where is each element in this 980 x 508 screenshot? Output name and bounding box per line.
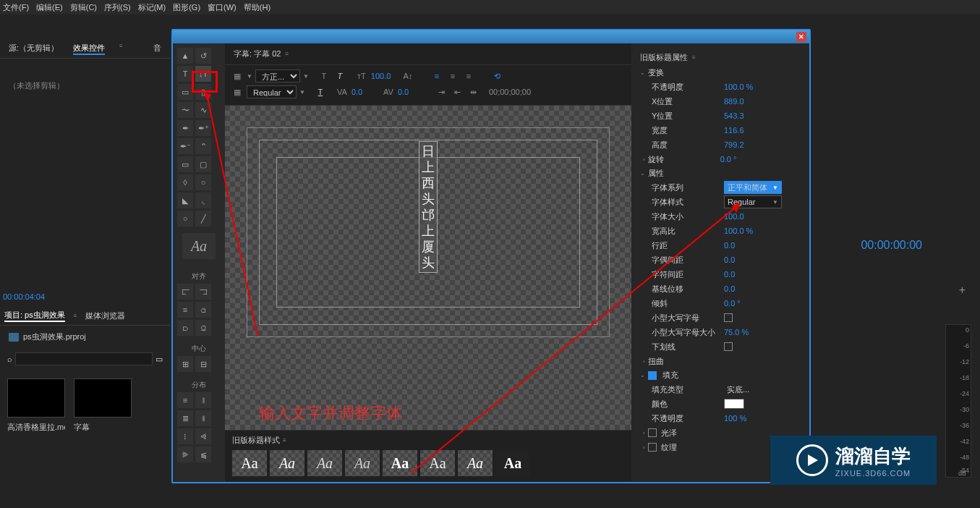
fill-checkbox[interactable] xyxy=(648,371,657,380)
dist-5[interactable]: ⫶ xyxy=(177,428,193,444)
title-menu-icon[interactable]: ≡ xyxy=(285,51,289,57)
tab2-icon[interactable]: ⇤ xyxy=(451,85,464,98)
prop-opacity-value[interactable]: 100.0 % xyxy=(724,82,753,91)
menu-clip[interactable]: 剪辑(C) xyxy=(70,2,97,13)
dist-3[interactable]: ≣ xyxy=(177,410,193,426)
menu-marker[interactable]: 标记(M) xyxy=(138,2,166,13)
center-h[interactable]: ⊞ xyxy=(177,356,193,372)
ellipse-tool-2[interactable]: ○ xyxy=(177,211,193,227)
underline-icon[interactable]: T xyxy=(314,85,327,98)
add-anchor-tool[interactable]: ✒⁺ xyxy=(195,120,211,136)
underline-checkbox[interactable] xyxy=(724,342,733,351)
italic-icon[interactable]: T xyxy=(333,69,346,82)
prop-width-value[interactable]: 116.6 xyxy=(724,126,744,135)
style-swatch[interactable]: Aa xyxy=(495,450,530,476)
sheen-checkbox[interactable] xyxy=(648,428,657,437)
bin-icon[interactable]: ▭ xyxy=(155,355,163,364)
align-vcenter[interactable]: ⫏ xyxy=(195,302,211,318)
font-style-select[interactable]: Regular▼ xyxy=(724,195,782,208)
smallcaps-checkbox[interactable] xyxy=(724,313,733,322)
tab-icon[interactable]: ⇥ xyxy=(435,85,448,98)
align-left-icon[interactable]: ≡ xyxy=(430,69,443,82)
prop-linespace-value[interactable]: 0.0 xyxy=(724,241,735,250)
bin-item[interactable]: 字幕 xyxy=(74,378,132,433)
dist-1[interactable]: ≡ xyxy=(177,392,193,408)
align-hcenter[interactable]: ≡ xyxy=(177,302,193,318)
rounded-rect-tool[interactable]: ▢ xyxy=(195,156,211,172)
prop-slant-value[interactable]: 0.0 ° xyxy=(724,299,741,308)
style-swatch[interactable]: Aa xyxy=(420,450,455,476)
prop-distort-label[interactable]: 扭曲 xyxy=(648,356,720,367)
style-swatch[interactable]: Aa xyxy=(458,450,493,476)
prop-rotation-value[interactable]: 0.0 ° xyxy=(720,155,737,164)
align-bottom[interactable]: ⫑ xyxy=(195,320,211,336)
dialog-titlebar[interactable]: ✕ xyxy=(173,30,809,43)
roll-icon[interactable]: ▦ xyxy=(231,85,244,98)
prop-ypos-value[interactable]: 543.3 xyxy=(724,111,744,120)
program-timecode[interactable]: 00:00:00:00 xyxy=(861,239,922,252)
menu-window[interactable]: 窗口(W) xyxy=(208,2,237,13)
vertical-path-type-tool[interactable]: ∿ xyxy=(195,102,211,118)
align-left[interactable]: ⫍ xyxy=(177,284,193,300)
add-track-icon[interactable]: + xyxy=(959,284,966,297)
dist-4[interactable]: ⫵ xyxy=(195,410,211,426)
leading-value[interactable]: 0.0 xyxy=(398,88,419,96)
menu-graphic[interactable]: 图形(G) xyxy=(173,2,200,13)
wedge-tool[interactable]: ◣ xyxy=(177,192,193,208)
dist-6[interactable]: ⫷ xyxy=(195,428,211,444)
align-top[interactable]: ⫎ xyxy=(195,284,211,300)
bold-icon[interactable]: T xyxy=(318,69,331,82)
rectangle-tool[interactable]: ▭ xyxy=(177,156,193,172)
selection-tool[interactable]: ▲ xyxy=(177,48,193,64)
type-tool[interactable]: T xyxy=(177,66,193,82)
font-size[interactable]: 100.0 xyxy=(371,72,393,80)
prop-smallcapsize-value[interactable]: 75.0 % xyxy=(724,328,749,336)
style-swatch[interactable]: Aa xyxy=(232,450,267,476)
tab3-icon[interactable]: ⇹ xyxy=(467,85,480,98)
dist-8[interactable]: ⫹ xyxy=(195,446,211,462)
convert-anchor-tool[interactable]: ⌃ xyxy=(195,138,211,154)
prop-pairkern-value[interactable]: 0.0 xyxy=(724,255,735,264)
styles-menu-icon[interactable]: ≡ xyxy=(283,437,286,444)
chevron-down-icon[interactable]: ⌄ xyxy=(640,372,645,378)
prop-baseline-value[interactable]: 0.0 xyxy=(724,284,735,293)
menu-sequence[interactable]: 序列(S) xyxy=(104,2,131,13)
close-icon[interactable]: ✕ xyxy=(796,32,806,42)
delete-anchor-tool[interactable]: ✒⁻ xyxy=(177,138,193,154)
menu-help[interactable]: 帮助(H) xyxy=(244,2,270,13)
font-family-select[interactable]: 正平和简体▼ xyxy=(724,181,782,194)
effects-tab[interactable]: 效果控件 xyxy=(73,43,105,55)
arc-tool[interactable]: ◟ xyxy=(195,192,211,208)
rotate-tool[interactable]: ↺ xyxy=(195,48,211,64)
chevron-down-icon[interactable]: ⌄ xyxy=(640,69,645,76)
tab-menu-icon[interactable]: ≡ xyxy=(119,43,123,55)
align-right[interactable]: ⫐ xyxy=(177,320,193,336)
prop-xpos-value[interactable]: 889.0 xyxy=(724,97,744,106)
texture-checkbox[interactable] xyxy=(648,443,657,452)
bin-item[interactable]: 高清香格里拉.mov 2:00:01 xyxy=(7,378,65,433)
section-fill[interactable]: 填充 xyxy=(662,370,678,381)
style-swatch[interactable]: Aa xyxy=(345,450,380,476)
style-swatch[interactable]: Aa xyxy=(383,450,417,476)
style-select[interactable]: Regular xyxy=(247,85,297,98)
link-icon[interactable]: ⟲ xyxy=(491,69,504,82)
dist-2[interactable]: ⫴ xyxy=(195,392,211,408)
audio-tab[interactable]: 音 xyxy=(153,43,161,55)
section-attributes[interactable]: 属性 xyxy=(648,168,664,179)
path-type-tool[interactable]: 〜 xyxy=(177,102,193,118)
prop-tracking-value[interactable]: 0.0 xyxy=(724,270,735,279)
project-search-input[interactable] xyxy=(15,352,153,365)
font-select[interactable]: 方正... xyxy=(255,69,300,82)
menu-file[interactable]: 文件(F) xyxy=(3,2,29,13)
chevron-down-icon[interactable]: ⌄ xyxy=(640,170,645,177)
media-browser-tab[interactable]: 媒体浏览器 xyxy=(85,310,125,321)
kerning-value[interactable]: 0.0 xyxy=(351,88,373,96)
title-canvas[interactable]: 日 上 西 头 邙 上 厦 头 xyxy=(225,106,631,430)
ellipse-tool[interactable]: ○ xyxy=(195,174,211,190)
prop-fillopacity-value[interactable]: 100 % xyxy=(724,414,746,423)
vertical-text-box[interactable]: 日 上 西 头 邙 上 厦 头 xyxy=(419,141,438,273)
template-icon[interactable]: ▦ xyxy=(231,69,244,82)
area-type-tool[interactable]: ▭ xyxy=(177,84,193,100)
prop-fontsize-value[interactable]: 100.0 xyxy=(724,212,744,221)
prop-aspect-value[interactable]: 100.0 % xyxy=(724,227,753,235)
